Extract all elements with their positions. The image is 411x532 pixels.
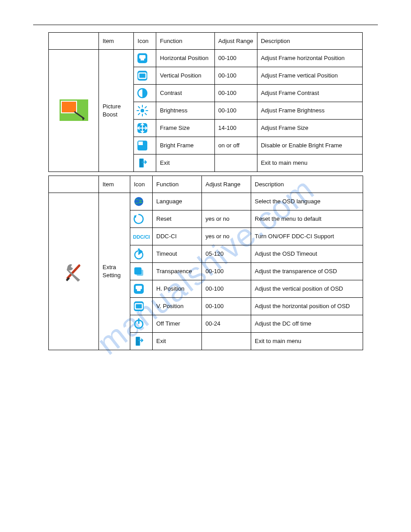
desc-cell: Turn ON/OFF DDC-CI Support	[251, 228, 363, 245]
desc-cell: Adjust the vertical position of OSD	[251, 280, 363, 298]
item-cell: Extra Setting	[99, 193, 130, 350]
function-cell: H. Position	[153, 280, 202, 298]
tables-wrap: Item Icon Function Adjust Range Descript…	[48, 32, 363, 354]
top-rule	[33, 25, 378, 25]
picture-boost-icon	[60, 99, 88, 121]
category-cell-picture-boost	[49, 50, 99, 172]
desc-cell: Adjust Frame vertical Position	[257, 67, 362, 85]
header-function: Function	[156, 33, 214, 50]
range-cell: 00-100	[214, 67, 257, 85]
range-cell: 00-100	[214, 50, 257, 67]
icon-cell	[130, 298, 153, 315]
icon-cell	[130, 280, 153, 298]
desc-cell: Exit to main menu	[251, 333, 363, 350]
header-empty	[49, 33, 99, 50]
function-cell: Timeout	[153, 245, 202, 263]
desc-cell: Adjust the transparence of OSD	[251, 263, 363, 280]
desc-cell: Adjust Frame Size	[257, 120, 362, 137]
desc-cell: Exit to main menu	[257, 154, 362, 172]
icon-cell	[130, 210, 153, 228]
header-function: Function	[153, 176, 202, 193]
desc-cell: Adjust the DC off time	[251, 315, 363, 333]
timeout-icon	[133, 248, 145, 260]
icon-cell	[134, 120, 156, 137]
desc-cell: Select the OSD language	[251, 193, 363, 210]
desc-cell: Adjust Frame Contrast	[257, 85, 362, 102]
function-cell: Contrast	[156, 85, 214, 102]
range-cell: 00-100	[202, 298, 251, 315]
off-timer-icon	[133, 318, 145, 330]
range-cell: on or off	[214, 137, 257, 154]
icon-cell	[130, 193, 153, 210]
h-position-icon	[133, 283, 145, 295]
range-cell: 05-120	[202, 245, 251, 263]
vertical-position-icon	[137, 70, 148, 82]
desc-cell: Disable or Enable Bright Frame	[257, 137, 362, 154]
reset-icon	[133, 213, 145, 225]
icon-cell	[134, 50, 156, 67]
header-item: Item	[99, 33, 134, 50]
table-picture-boost: Item Icon Function Adjust Range Descript…	[48, 32, 363, 172]
horizontal-position-icon	[137, 52, 148, 64]
range-cell: 00-100	[202, 263, 251, 280]
function-cell: Frame Size	[156, 120, 214, 137]
header-icon: Icon	[130, 176, 153, 193]
header-icon: Icon	[134, 33, 156, 50]
bright-frame-icon	[137, 140, 148, 151]
function-cell: Vertical Position	[156, 67, 214, 85]
table-row: Picture Boost Horizontal Position 00-100…	[49, 50, 363, 67]
document-page: manualshive.com Item Icon Function Adjus…	[0, 0, 411, 532]
range-cell	[202, 193, 251, 210]
function-cell: Bright Frame	[156, 137, 214, 154]
table-row: Extra Setting Language Select the OSD la…	[49, 193, 363, 210]
desc-cell: Adjust Frame horizontal Position	[257, 50, 362, 67]
function-cell: Reset	[153, 210, 202, 228]
header-range: Adjust Range	[202, 176, 251, 193]
desc-cell: Reset the menu to default	[251, 210, 363, 228]
header-empty	[49, 176, 99, 193]
range-cell	[202, 333, 251, 350]
brightness-icon	[137, 105, 148, 116]
range-cell: 14-100	[214, 120, 257, 137]
range-cell: yes or no	[202, 210, 251, 228]
function-cell: Exit	[156, 154, 214, 172]
icon-cell	[130, 228, 153, 245]
icon-cell	[134, 85, 156, 102]
range-cell: 00-100	[214, 102, 257, 120]
function-cell: DDC-CI	[153, 228, 202, 245]
header-item: Item	[99, 176, 130, 193]
function-cell: Brightness	[156, 102, 214, 120]
ddc-ci-icon	[133, 231, 151, 242]
desc-cell: Adjust the horizontal position of OSD	[251, 298, 363, 315]
table-extra-setting: Item Icon Function Adjust Range Descript…	[48, 176, 363, 350]
language-icon	[133, 196, 145, 207]
exit-icon	[137, 157, 148, 169]
desc-cell: Adjust the OSD Timeout	[251, 245, 363, 263]
range-cell: 00-100	[214, 85, 257, 102]
frame-size-icon	[137, 122, 148, 134]
icon-cell	[134, 67, 156, 85]
icon-cell	[134, 154, 156, 172]
exit-icon	[133, 335, 145, 347]
range-cell: 00-100	[202, 280, 251, 298]
icon-cell	[130, 263, 153, 280]
function-cell: Exit	[153, 333, 202, 350]
function-cell: Transparence	[153, 263, 202, 280]
range-cell	[214, 154, 257, 172]
icon-cell	[130, 245, 153, 263]
function-cell: Language	[153, 193, 202, 210]
icon-cell	[130, 333, 153, 350]
function-cell: Off Timer	[153, 315, 202, 333]
function-cell: V. Position	[153, 298, 202, 315]
transparence-icon	[133, 266, 145, 277]
extra-setting-icon	[60, 260, 88, 282]
header-range: Adjust Range	[214, 33, 257, 50]
table-row: Item Icon Function Adjust Range Descript…	[49, 176, 363, 193]
icon-cell	[134, 102, 156, 120]
item-cell: Picture Boost	[99, 50, 134, 172]
table-row: Item Icon Function Adjust Range Descript…	[49, 33, 363, 50]
function-cell: Horizontal Position	[156, 50, 214, 67]
contrast-icon	[137, 87, 148, 99]
header-desc: Description	[251, 176, 363, 193]
icon-cell	[130, 315, 153, 333]
